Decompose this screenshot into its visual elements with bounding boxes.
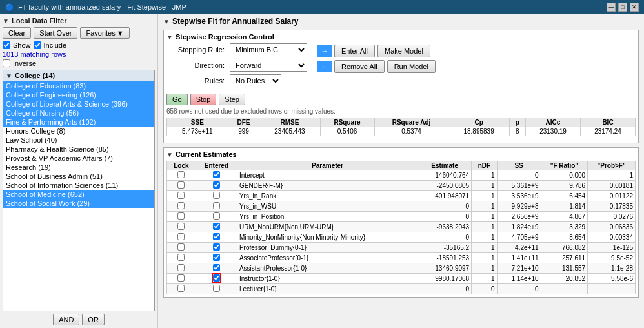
close-button[interactable]: ✕: [630, 3, 639, 12]
table-row: Yrs_in_Rank401.94807113.536e+96.4540.011…: [167, 191, 636, 201]
entered-checkbox[interactable]: [213, 202, 220, 209]
estimate-cell: 131.557: [541, 263, 588, 274]
maximize-button[interactable]: □: [618, 3, 627, 12]
entered-checkbox[interactable]: [213, 212, 220, 220]
filter-list-item[interactable]: Law School (40): [3, 136, 154, 145]
estimate-cell: 0.01122: [588, 191, 636, 201]
entered-checkbox[interactable]: [213, 171, 220, 178]
current-estimates-box: ▼ Current Estimates LockEnteredParameter…: [163, 147, 639, 298]
lock-checkbox[interactable]: [177, 285, 185, 292]
stats-header-cell: AICc: [526, 118, 581, 127]
lock-checkbox[interactable]: [177, 223, 185, 230]
estimates-collapse-icon[interactable]: ▼: [166, 151, 173, 158]
go-button[interactable]: Go: [166, 94, 188, 105]
and-button[interactable]: AND: [53, 314, 79, 325]
filter-list-item[interactable]: College of Nursing (56): [3, 108, 154, 118]
filter-list-item[interactable]: College of Liberal Arts & Science (396): [3, 99, 154, 108]
entered-checkbox[interactable]: [213, 264, 220, 271]
enter-arrow-button[interactable]: →: [317, 45, 332, 57]
collapse-icon[interactable]: ▼: [3, 17, 9, 25]
filter-list-item[interactable]: Research (19): [3, 163, 154, 172]
rules-select[interactable]: No Rules Heredity: [230, 74, 281, 87]
entered-checkbox[interactable]: [213, 233, 220, 240]
filter-collapse-icon[interactable]: ▼: [6, 72, 12, 79]
title-bar: 🔵 FT faculty with annualized salary - Fi…: [0, 0, 644, 14]
estimate-cell: 257.611: [541, 253, 588, 263]
lock-checkbox[interactable]: [177, 274, 185, 282]
entered-checkbox[interactable]: [213, 274, 220, 282]
parameter-cell: GENDER{F-M}: [237, 181, 418, 191]
remove-arrow-button[interactable]: ←: [317, 61, 332, 72]
local-data-filter-title: Local Data Filter: [12, 17, 67, 25]
inverse-checkbox[interactable]: [3, 59, 10, 67]
or-button[interactable]: OR: [82, 314, 105, 325]
enter-all-button[interactable]: Enter All: [334, 45, 375, 57]
entered-checkbox[interactable]: [213, 192, 220, 199]
minimize-button[interactable]: —: [607, 3, 616, 12]
entered-checkbox[interactable]: [213, 285, 220, 292]
app-icon: 🔵: [5, 3, 14, 12]
favorites-label: Favorites: [86, 29, 115, 37]
estimate-cell: 1: [472, 274, 497, 284]
stopping-rule-select[interactable]: Minimum BIC Minimum AICc P-value Thresho…: [230, 43, 307, 56]
filter-list-item[interactable]: College of Education (83): [3, 81, 154, 90]
clear-button[interactable]: Clear: [3, 27, 31, 39]
stats-header-cell: RMSE: [259, 118, 320, 127]
filter-list-item[interactable]: Pharmacy & Health Science (85): [3, 145, 154, 154]
estimate-cell: 0.17835: [588, 201, 636, 212]
lock-checkbox[interactable]: [177, 243, 185, 251]
estimate-cell: -9638.2043: [418, 222, 472, 232]
filter-list-item[interactable]: Fine & Performing Arts (102): [3, 118, 154, 127]
current-estimates-title: ▼ Current Estimates: [166, 150, 636, 158]
include-label: Include: [44, 41, 66, 49]
estimate-cell: 1: [472, 191, 497, 201]
filter-list-item[interactable]: School of Medicine (652): [3, 190, 154, 199]
entered-checkbox[interactable]: [213, 243, 220, 251]
filter-list-item[interactable]: School of Social Work (29): [3, 199, 154, 208]
right-panel: ▼ Stepwise Fit for Annualized Salary ▼ S…: [158, 14, 644, 328]
entered-checkbox[interactable]: [213, 254, 220, 261]
step-button[interactable]: Step: [219, 94, 245, 105]
lock-checkbox[interactable]: [177, 264, 185, 271]
table-row: GENDER{F-M}-2450.080515.361e+99.7860.001…: [167, 181, 636, 191]
estimate-cell: 8.654: [541, 232, 588, 243]
lock-checkbox[interactable]: [177, 171, 185, 178]
estimate-cell: 1: [472, 212, 497, 222]
filter-list-item[interactable]: School of Business Admin (51): [3, 172, 154, 181]
remove-all-button[interactable]: Remove All: [334, 60, 385, 73]
matching-rows-link[interactable]: 1013 matching rows: [3, 50, 66, 58]
direction-select[interactable]: Forward Backward Mixed: [230, 59, 307, 72]
stepwise-collapse-icon[interactable]: ▼: [166, 34, 173, 41]
lock-checkbox[interactable]: [177, 233, 185, 240]
filter-section: ▼ College (14) College of Education (83)…: [3, 70, 155, 311]
filter-list-item[interactable]: Honors College (8): [3, 127, 154, 136]
estimates-header-cell: SS: [497, 161, 541, 170]
show-checkbox[interactable]: [3, 41, 10, 49]
filter-list: College of Education (83)College of Engi…: [3, 81, 154, 208]
lock-checkbox[interactable]: [177, 254, 185, 261]
estimate-cell: 1: [472, 243, 497, 253]
lock-checkbox[interactable]: [177, 202, 185, 209]
filter-list-item[interactable]: Provost & VP Academic Affairs (7): [3, 154, 154, 163]
lock-checkbox[interactable]: [177, 181, 185, 189]
lock-checkbox[interactable]: [177, 212, 185, 220]
lock-checkbox[interactable]: [177, 192, 185, 199]
estimate-cell: 3.536e+9: [497, 191, 541, 201]
stats-data-cell: 8: [509, 127, 525, 136]
filter-list-item[interactable]: College of Engineering (126): [3, 90, 154, 99]
right-collapse-icon[interactable]: ▼: [163, 18, 170, 25]
parameter-cell: Yrs_in_Rank: [237, 191, 418, 201]
filter-list-item[interactable]: School of Information Sciences (11): [3, 181, 154, 190]
favorites-button[interactable]: Favorites ▼: [80, 27, 129, 39]
entered-checkbox[interactable]: [213, 223, 220, 230]
stop-button[interactable]: Stop: [190, 94, 217, 105]
estimate-cell: 0: [472, 284, 497, 294]
include-checkbox[interactable]: [34, 41, 41, 49]
estimate-cell: 1: [472, 232, 497, 243]
make-model-button[interactable]: Make Model: [377, 45, 430, 57]
run-model-button[interactable]: Run Model: [387, 60, 436, 73]
estimate-cell: 5.58e-6: [588, 274, 636, 284]
start-over-button[interactable]: Start Over: [34, 27, 77, 39]
estimate-cell: -2450.0805: [418, 181, 472, 191]
entered-checkbox[interactable]: [213, 181, 220, 189]
